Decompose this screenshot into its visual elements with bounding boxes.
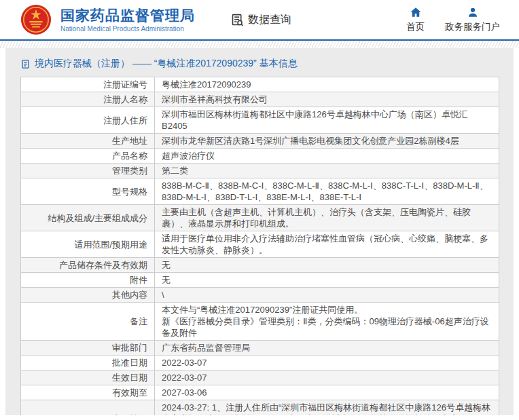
- row-label: 附件: [21, 273, 155, 288]
- content-panel: 境内医疗器械（注册） —— “粤械注准20172090239” 基本信息 注册证…: [5, 48, 514, 415]
- row-label: 其他内容: [21, 288, 155, 303]
- row-value: 无: [155, 273, 499, 288]
- row-label: 适用范围/预期用途: [21, 231, 155, 258]
- document-icon: [20, 59, 31, 69]
- row-label-text: 适用范围/预期用途: [74, 239, 147, 250]
- table-row: 注册证编号粤械注准20172090239: [21, 77, 499, 92]
- data-query-tab[interactable]: 数据查询: [230, 13, 291, 27]
- row-value: \: [155, 288, 499, 303]
- row-label-text: 生效日期: [112, 372, 147, 383]
- table-row: 产品储存条件及有效期无: [21, 258, 499, 273]
- row-label-text: 注册人名称: [103, 94, 147, 105]
- row-label-text: 产品储存条件及有效期: [59, 259, 147, 271]
- row-label-text: 批准日期: [112, 357, 147, 368]
- data-query-icon: [230, 13, 245, 27]
- row-label-text: 注册人住所: [103, 115, 147, 126]
- row-value: 无: [155, 258, 499, 273]
- table-row: 结构及组成/主要组成成分主要由主机（含超声主机、计算机主机）、治疗头（含支架、压…: [21, 205, 499, 231]
- breadcrumb-text: 境内医疗器械（注册） —— “粤械注准20172090239” 基本信息: [35, 58, 298, 70]
- row-label: 管理类别: [21, 164, 155, 178]
- nav-item-portal[interactable]: 政务服务门户: [445, 6, 500, 33]
- breadcrumb: 境内医疗器械（注册） —— “粤械注准20172090239” 基本信息: [5, 48, 514, 77]
- row-label-text: 生产地址: [112, 135, 147, 147]
- table-row: 其他内容\: [21, 288, 499, 303]
- table-row: 批准日期2022-03-07: [21, 356, 499, 370]
- row-label: 注册证编号: [21, 77, 155, 92]
- table-row: 附件无: [21, 273, 499, 288]
- row-label: 注册人名称: [21, 92, 155, 107]
- row-value: 838B-M-C-Ⅱ、838B-M-C-Ⅰ、838C-M-L-Ⅱ、838C-M-…: [155, 178, 499, 205]
- nav-label-home: 首页: [406, 21, 425, 33]
- table-row: 备注本文件与“粤械注准20172090239”注册证共同使用。 新《医疗器械分类…: [21, 303, 499, 341]
- table-row: 管理类别第二类: [21, 164, 499, 178]
- registration-info-table: 注册证编号粤械注准20172090239注册人名称深圳市圣祥高科技有限公司注册人…: [20, 77, 499, 415]
- row-label-text: 管理类别: [112, 165, 147, 176]
- table-row: 变更情况2024-03-27: 1、注册人住所由“深圳市福田区梅林街道梅都社区中…: [21, 400, 499, 416]
- row-label-text: 有效期至: [112, 387, 147, 398]
- org-title: 国家药品监督管理局: [60, 7, 195, 24]
- row-label: 有效期至: [21, 385, 155, 400]
- table-row: 适用范围/预期用途适用于医疗单位用非介入疗法辅助治疗堵塞性血管病（冠心病、心绞痛…: [21, 231, 499, 258]
- row-label-text: 备注: [130, 316, 147, 327]
- row-value: 广东省药品监督管理局: [155, 341, 499, 356]
- row-label-text: 型号规格: [112, 186, 147, 197]
- national-emblem-logo[interactable]: [20, 4, 52, 35]
- home-icon: [410, 6, 422, 18]
- row-value: 深圳市福田区梅林街道梅都社区中康路126号卓越梅林中心广场（南区）卓悦汇B240…: [155, 107, 499, 134]
- row-label: 产品名称: [21, 149, 155, 164]
- row-value: 2022-03-07: [155, 356, 499, 370]
- row-label-text: 附件: [130, 274, 147, 286]
- row-label: 生效日期: [21, 370, 155, 385]
- row-value: 本文件与“粤械注准20172090239”注册证共同使用。 新《医疗器械分类目录…: [155, 303, 499, 341]
- row-value: 2024-03-27: 1、注册人住所由“深圳市福田区梅林街道梅都社区中康路12…: [155, 400, 499, 416]
- row-label: 结构及组成/主要组成成分: [21, 205, 155, 231]
- org-titles: 国家药品监督管理局 National Medical Products Admi…: [60, 7, 195, 33]
- top-nav: 首页 政务服务门户: [406, 6, 500, 33]
- row-label-text: 审批部门: [112, 342, 147, 354]
- row-value: 深圳市龙华新区清庆路1号深圳广播电影电视集团文化创意产业园2栋副楼4层: [155, 134, 499, 149]
- row-label: 注册人住所: [21, 107, 155, 134]
- row-label: 生产地址: [21, 134, 155, 149]
- row-label-text: 变更情况: [112, 413, 147, 415]
- nav-label-portal: 政务服务门户: [445, 21, 500, 33]
- org-subtitle: National Medical Products Administration: [60, 25, 195, 33]
- table-row: 型号规格838B-M-C-Ⅱ、838B-M-C-Ⅰ、838C-M-L-Ⅱ、838…: [21, 178, 499, 205]
- row-value: 2027-03-06: [155, 385, 499, 400]
- table-row: 生产地址深圳市龙华新区清庆路1号深圳广播电影电视集团文化创意产业园2栋副楼4层: [21, 134, 499, 149]
- data-query-label: 数据查询: [248, 13, 291, 27]
- row-value: 2022-03-07: [155, 370, 499, 385]
- row-label: 备注: [21, 303, 155, 341]
- hatch-strip: [0, 41, 519, 48]
- table-row: 产品名称超声波治疗仪: [21, 149, 499, 164]
- row-value: 深圳市圣祥高科技有限公司: [155, 92, 499, 107]
- row-value: 适用于医疗单位用非介入疗法辅助治疗堵塞性血管病（冠心病、心绞痛、脑梗塞、多发性大…: [155, 231, 499, 258]
- info-table-body: 注册证编号粤械注准20172090239注册人名称深圳市圣祥高科技有限公司注册人…: [21, 77, 499, 416]
- row-value: 粤械注准20172090239: [155, 77, 499, 92]
- table-row: 审批部门广东省药品监督管理局: [21, 341, 499, 356]
- table-row: 注册人住所深圳市福田区梅林街道梅都社区中康路126号卓越梅林中心广场（南区）卓悦…: [21, 107, 499, 134]
- table-row: 有效期至2027-03-06: [21, 385, 499, 400]
- row-value: 超声波治疗仪: [155, 149, 499, 164]
- nav-item-home[interactable]: 首页: [406, 6, 425, 33]
- table-row: 生效日期2022-03-07: [21, 370, 499, 385]
- row-label-text: 注册证编号: [103, 79, 147, 90]
- row-label-text: 产品名称: [112, 150, 147, 161]
- table-row: 注册人名称深圳市圣祥高科技有限公司: [21, 92, 499, 107]
- row-value: 第二类: [155, 164, 499, 178]
- page-header: 国家药品监督管理局 National Medical Products Admi…: [0, 0, 519, 39]
- row-label: 批准日期: [21, 356, 155, 370]
- row-value: 主要由主机（含超声主机、计算机主机）、治疗头（含支架、压电陶瓷片、硅胶裹）、液晶…: [155, 205, 499, 231]
- row-label: 产品储存条件及有效期: [21, 258, 155, 273]
- row-label-text: 结构及组成/主要组成成分: [48, 212, 147, 224]
- row-label: 型号规格: [21, 178, 155, 205]
- user-icon: [467, 6, 479, 18]
- row-label: 变更情况: [21, 400, 155, 416]
- row-label: 审批部门: [21, 341, 155, 356]
- row-label-text: 其他内容: [112, 289, 147, 301]
